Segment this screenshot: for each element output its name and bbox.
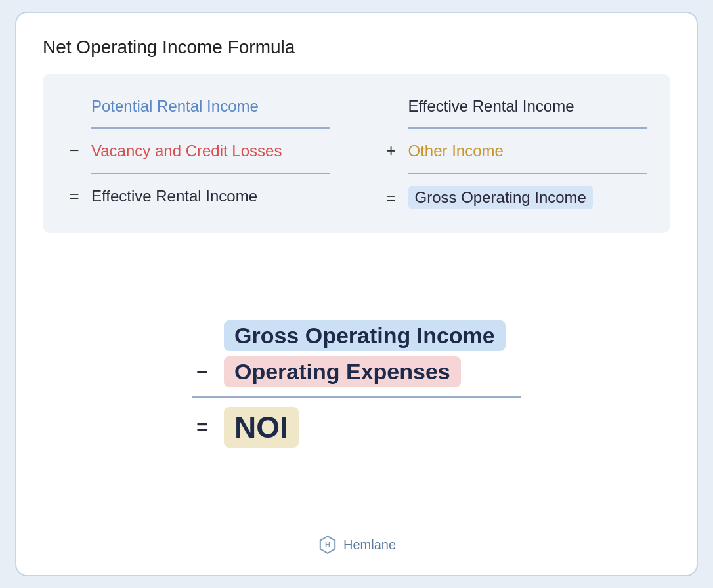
bottom-op-3: = bbox=[192, 416, 212, 438]
left-formula-col: Potential Rental Income − Vacancy and Cr… bbox=[66, 92, 330, 215]
bottom-divider bbox=[192, 396, 521, 398]
left-row-2: − Vacancy and Credit Losses bbox=[66, 135, 330, 166]
svg-text:H: H bbox=[325, 541, 330, 549]
right-row-1: Effective Rental Income bbox=[383, 92, 647, 121]
brand-name-label: Hemlane bbox=[343, 537, 396, 553]
effective-rental-income-label-right: Effective Rental Income bbox=[408, 97, 574, 116]
bottom-formula-inner: Gross Operating Income − Operating Expen… bbox=[192, 320, 521, 448]
right-divider-1 bbox=[408, 127, 647, 129]
hemlane-icon: H bbox=[317, 534, 338, 555]
bottom-row-1: Gross Operating Income bbox=[192, 320, 506, 351]
potential-rental-income-label: Potential Rental Income bbox=[91, 97, 259, 116]
right-divider-2 bbox=[408, 173, 647, 174]
right-row-2: + Other Income bbox=[383, 135, 647, 166]
other-income-label: Other Income bbox=[408, 142, 504, 160]
bottom-op-2: − bbox=[192, 361, 212, 383]
bottom-row-3: = NOI bbox=[192, 407, 299, 448]
footer: H Hemlane bbox=[43, 522, 670, 555]
bottom-formula-section: Gross Operating Income − Operating Expen… bbox=[43, 233, 670, 515]
bottom-row-2: − Operating Expenses bbox=[192, 356, 461, 387]
left-row-1: Potential Rental Income bbox=[66, 92, 330, 121]
gross-operating-income-label-top: Gross Operating Income bbox=[408, 186, 593, 209]
right-op-3: = bbox=[383, 188, 399, 208]
left-op-3: = bbox=[66, 186, 82, 206]
left-op-2: − bbox=[66, 140, 82, 161]
left-divider-2 bbox=[91, 173, 330, 174]
right-op-2: + bbox=[383, 140, 399, 161]
left-row-3: = Effective Rental Income bbox=[66, 180, 330, 211]
title-section: Net Operating Income Formula bbox=[43, 37, 670, 74]
gross-operating-income-bottom-label: Gross Operating Income bbox=[224, 320, 506, 351]
vacancy-credit-losses-label: Vacancy and Credit Losses bbox=[91, 142, 282, 160]
left-divider-1 bbox=[91, 127, 330, 129]
operating-expenses-label: Operating Expenses bbox=[224, 356, 461, 387]
col-divider bbox=[356, 92, 357, 215]
page-title: Net Operating Income Formula bbox=[43, 37, 670, 58]
bottom-op-1 bbox=[192, 325, 212, 347]
noi-label: NOI bbox=[224, 407, 299, 448]
effective-rental-income-label-left: Effective Rental Income bbox=[91, 187, 257, 205]
brand-logo: H Hemlane bbox=[317, 534, 396, 555]
right-formula-col: Effective Rental Income + Other Income =… bbox=[383, 92, 647, 215]
top-formula-panel: Potential Rental Income − Vacancy and Cr… bbox=[43, 74, 670, 233]
right-row-3: = Gross Operating Income bbox=[383, 180, 647, 215]
main-card: Net Operating Income Formula Potential R… bbox=[15, 12, 698, 576]
